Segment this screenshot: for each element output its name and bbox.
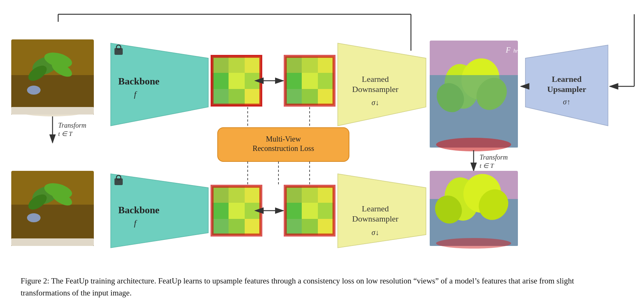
svg-text:Learned: Learned: [362, 74, 389, 84]
svg-rect-87: [245, 203, 261, 219]
svg-text:Multi-View: Multi-View: [266, 135, 301, 143]
svg-text:hr: hr: [513, 48, 518, 54]
svg-text:Transform: Transform: [480, 154, 508, 161]
svg-rect-22: [212, 56, 229, 73]
svg-rect-97: [285, 203, 302, 219]
svg-point-114: [436, 238, 511, 249]
svg-rect-23: [229, 56, 245, 73]
svg-rect-38: [302, 73, 318, 89]
svg-rect-34: [285, 56, 302, 73]
svg-rect-35: [302, 56, 318, 73]
svg-rect-82: [212, 186, 229, 203]
svg-rect-90: [245, 219, 261, 235]
svg-rect-24: [245, 56, 261, 73]
svg-rect-85: [212, 203, 229, 219]
architecture-diagram: Transform t ∈ T Backbone f: [0, 0, 644, 252]
svg-rect-86: [229, 203, 245, 219]
svg-text:Backbone: Backbone: [118, 205, 159, 216]
svg-rect-94: [285, 186, 302, 203]
svg-rect-30: [245, 89, 261, 105]
svg-text:Upsampler: Upsampler: [547, 84, 586, 94]
svg-text:Learned: Learned: [362, 204, 389, 213]
svg-text:Reconstruction Loss: Reconstruction Loss: [253, 144, 314, 152]
svg-rect-88: [212, 219, 229, 235]
svg-rect-96: [318, 186, 334, 203]
caption-text: Figure 2: The FeatUp training architectu…: [21, 276, 574, 298]
svg-rect-53: [430, 75, 518, 148]
svg-rect-29: [229, 89, 245, 105]
svg-rect-77: [114, 178, 123, 185]
figure-caption: Figure 2: The FeatUp training architectu…: [21, 275, 623, 299]
svg-point-54: [436, 138, 511, 151]
svg-rect-102: [318, 219, 334, 235]
svg-rect-25: [212, 73, 229, 89]
svg-rect-36: [318, 56, 334, 73]
diagram-container: Transform t ∈ T Backbone f: [0, 0, 644, 255]
svg-rect-100: [285, 219, 302, 235]
svg-rect-89: [229, 219, 245, 235]
svg-text:t ∈ T: t ∈ T: [480, 162, 494, 169]
svg-text:Learned: Learned: [552, 74, 581, 84]
svg-rect-16: [114, 48, 123, 55]
svg-rect-26: [229, 73, 245, 89]
svg-text:F: F: [506, 46, 511, 54]
svg-rect-27: [245, 73, 261, 89]
svg-text:σ↓: σ↓: [372, 228, 379, 237]
svg-text:t ∈ T: t ∈ T: [58, 130, 73, 137]
svg-rect-28: [212, 89, 229, 105]
svg-rect-83: [229, 186, 245, 203]
svg-rect-75: [11, 238, 94, 246]
svg-text:Backbone: Backbone: [118, 76, 159, 87]
svg-rect-95: [302, 186, 318, 203]
svg-rect-41: [302, 89, 318, 105]
svg-text:σ↑: σ↑: [563, 98, 570, 106]
svg-rect-39: [318, 73, 334, 89]
svg-point-10: [27, 86, 41, 95]
svg-rect-99: [318, 203, 334, 219]
svg-rect-42: [318, 89, 334, 105]
svg-text:Transform: Transform: [58, 122, 86, 129]
svg-rect-84: [245, 186, 261, 203]
svg-rect-101: [302, 219, 318, 235]
svg-rect-98: [302, 203, 318, 219]
svg-text:Downsampler: Downsampler: [352, 214, 399, 223]
svg-text:Downsampler: Downsampler: [352, 84, 399, 94]
svg-point-74: [27, 213, 41, 222]
svg-rect-37: [285, 73, 302, 89]
svg-rect-40: [285, 89, 302, 105]
svg-text:σ↓: σ↓: [372, 98, 379, 107]
svg-rect-11: [11, 107, 94, 115]
